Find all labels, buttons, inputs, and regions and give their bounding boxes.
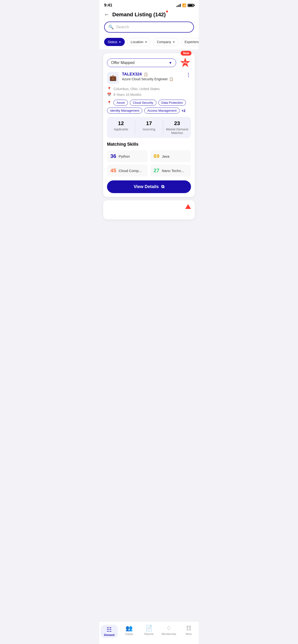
skills-grid: 36 Python 69 Java 45 Cloud Comp... 27 Na…	[107, 150, 191, 176]
job-title: Azure Cloud Security Engineer	[122, 77, 168, 81]
location-text: Columbus, Ohio, United States	[113, 87, 160, 91]
tags-row: 📍 Azure Cloud Security Data Protection I…	[107, 100, 191, 114]
page-title: Demand Listing (142)	[112, 12, 166, 18]
skill-nano-name: Nano Techn...	[162, 169, 184, 173]
filter-experience[interactable]: Experience ▼	[181, 38, 199, 46]
skill-cloud-count: 45	[110, 168, 116, 174]
skill-nano-tech: 27 Nano Techn...	[150, 164, 191, 176]
card-meta: 📍 Columbus, Ohio, United States 📅 8 Year…	[107, 87, 191, 97]
stats-row: 12 Applicants 17 isourcing 23 Market Dem…	[107, 117, 191, 138]
header: ← Demand Listing (142)	[99, 8, 199, 22]
market-demand-label: Market Demand Matches	[163, 128, 191, 135]
applicants-count: 12	[118, 120, 124, 126]
card-header: 💼 TALEX324 📋 Azure Cloud Security Engine…	[107, 72, 191, 84]
skill-java-name: Java	[162, 154, 169, 158]
chevron-down-icon: ▼	[119, 41, 121, 43]
card-title-area: TALEX324 📋 Azure Cloud Security Engineer…	[122, 72, 183, 81]
job-icon-wrap: 💼	[107, 72, 119, 84]
job-title-row: Azure Cloud Security Engineer 📋	[122, 77, 183, 81]
signal-icon	[176, 4, 181, 7]
stat-market-demand: 23 Market Demand Matches	[163, 120, 191, 135]
star-badge-text: PO	[183, 61, 187, 64]
tag-data-protection: Data Protection	[158, 100, 186, 106]
job-id-row: TALEX324 📋	[122, 72, 183, 77]
skill-cloud-name: Cloud Comp...	[118, 169, 141, 173]
filter-company[interactable]: Company ▼	[153, 38, 179, 46]
main-content: New Offer Mapped ▼ PO 💼 TALEX324	[99, 49, 199, 238]
triangle-indicator	[185, 204, 191, 209]
filter-experience-label: Experience	[185, 40, 199, 44]
demand-card-2-peek	[103, 200, 195, 220]
status-icons: 📶	[176, 3, 194, 7]
tag-icon: 📍	[107, 100, 112, 105]
back-button[interactable]: ←	[104, 12, 109, 18]
skill-nano-count: 27	[154, 168, 159, 174]
applicants-label: Applicants	[114, 128, 128, 131]
filter-status-label: Status	[108, 40, 117, 44]
copy-icon[interactable]: 📋	[144, 72, 148, 76]
location-icon: 📍	[107, 87, 112, 91]
offer-mapped-row: Offer Mapped ▼ PO	[107, 57, 191, 68]
job-id: TALEX324	[122, 72, 142, 77]
status-time: 9:41	[104, 3, 112, 8]
search-bar-container: 🔍 Search	[99, 22, 199, 36]
chevron-down-icon: ▼	[173, 41, 175, 43]
battery-icon	[188, 4, 194, 7]
filter-location-label: Location	[131, 40, 143, 44]
matching-skills-section: Matching Skills 36 Python 69 Java 45 Clo…	[107, 142, 191, 176]
isourcing-count: 17	[146, 120, 152, 126]
search-icon: 🔍	[108, 24, 114, 30]
view-details-label: View Details	[134, 184, 159, 189]
search-input[interactable]: Search	[116, 25, 129, 30]
skill-python-name: Python	[118, 154, 130, 158]
search-bar[interactable]: 🔍 Search	[104, 22, 194, 32]
skill-python-count: 36	[110, 153, 116, 159]
tag-identity-management: Identity Management	[107, 108, 142, 114]
new-badge: New	[181, 51, 192, 56]
star-badge-wrapper: PO	[180, 57, 191, 68]
wifi-icon: 📶	[182, 3, 186, 7]
offer-mapped-label: Offer Mapped	[111, 60, 167, 65]
tag-azure: Azure	[113, 100, 128, 106]
filter-status[interactable]: Status ▼	[104, 38, 125, 46]
more-options-icon[interactable]: ⋮	[186, 72, 191, 78]
skill-python: 36 Python	[107, 150, 148, 162]
experience-meta: 📅 8 Years 10 Months	[107, 92, 191, 97]
tag-cloud-security: Cloud Security	[130, 100, 157, 106]
briefcase-icon: 💼	[109, 74, 117, 81]
demand-card-1: New Offer Mapped ▼ PO 💼 TALEX324	[103, 53, 195, 197]
external-link-icon: ⧉	[161, 184, 164, 189]
location-meta: 📍 Columbus, Ohio, United States	[107, 87, 191, 91]
offer-mapped-button[interactable]: Offer Mapped ▼	[107, 58, 176, 67]
view-details-button[interactable]: View Details ⧉	[107, 180, 191, 193]
skill-java: 69 Java	[150, 150, 191, 162]
notification-dot	[166, 10, 168, 12]
chevron-down-icon: ▼	[169, 61, 172, 65]
skill-cloud-comp: 45 Cloud Comp...	[107, 164, 148, 176]
chevron-down-icon: ▼	[145, 41, 147, 43]
stat-applicants: 12 Applicants	[107, 120, 135, 135]
filter-location[interactable]: Location ▼	[127, 38, 151, 46]
skill-java-count: 69	[154, 153, 159, 159]
extra-tags: +2	[182, 109, 186, 112]
isourcing-label: isourcing	[143, 128, 155, 131]
copy-job-title-icon[interactable]: 📋	[169, 77, 173, 81]
status-bar: 9:41 📶	[99, 0, 199, 8]
stat-isourcing: 17 isourcing	[135, 120, 163, 135]
experience-text: 8 Years 10 Months	[113, 93, 141, 96]
matching-skills-title: Matching Skills	[107, 142, 191, 147]
market-demand-count: 23	[174, 120, 180, 126]
tag-access-management: Access Management	[144, 108, 180, 114]
filter-company-label: Company	[157, 40, 171, 44]
calendar-icon: 📅	[107, 92, 112, 97]
filter-bar: Status ▼ Location ▼ Company ▼ Experience…	[99, 36, 199, 49]
